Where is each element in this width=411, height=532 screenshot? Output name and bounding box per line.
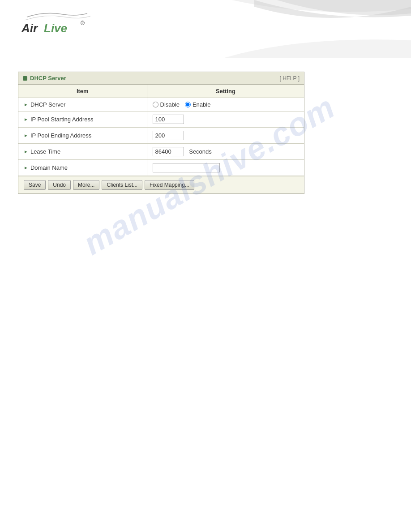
settings-table: Item Setting ► DHCP Server bbox=[18, 85, 304, 176]
domain-name-setting-cell bbox=[147, 160, 304, 176]
logo-wrapper: Air Live ® bbox=[18, 9, 98, 42]
buttons-row: Save Undo More... Clients List... Fixed … bbox=[18, 176, 304, 193]
ip-end-setting-cell bbox=[147, 128, 304, 144]
row-label: ► IP Pool Ending Address bbox=[24, 132, 141, 139]
disable-label: Disable bbox=[160, 101, 180, 108]
fixed-mapping-button[interactable]: Fixed Mapping... bbox=[145, 180, 194, 190]
dhcp-title-icon bbox=[23, 76, 27, 81]
column-setting-header: Setting bbox=[147, 85, 304, 98]
dhcp-title-row: DHCP Server [ HELP ] bbox=[18, 72, 304, 85]
ip-start-input[interactable] bbox=[153, 115, 184, 124]
svg-text:Live: Live bbox=[44, 21, 67, 35]
logo-area: Air Live ® bbox=[18, 9, 98, 42]
disable-radio[interactable] bbox=[153, 102, 158, 107]
dhcp-server-radio-group: Disable Enable bbox=[153, 101, 299, 108]
row-arrow-icon: ► bbox=[24, 102, 28, 107]
lease-time-input[interactable] bbox=[153, 147, 184, 156]
help-link[interactable]: [ HELP ] bbox=[280, 75, 300, 82]
lease-time-label: Lease Time bbox=[30, 148, 60, 155]
row-label: ► DHCP Server bbox=[24, 101, 141, 108]
clients-list-button[interactable]: Clients List... bbox=[102, 180, 142, 190]
row-arrow-icon: ► bbox=[24, 165, 28, 170]
table-row: ► Domain Name bbox=[18, 160, 304, 176]
header: Air Live ® bbox=[0, 0, 411, 58]
ip-end-label: IP Pool Ending Address bbox=[30, 132, 91, 139]
table-row: ► IP Pool Starting Address bbox=[18, 112, 304, 128]
domain-name-label: Domain Name bbox=[30, 164, 68, 171]
table-row: ► DHCP Server Disable Enabl bbox=[18, 98, 304, 112]
enable-radio[interactable] bbox=[185, 102, 191, 107]
airlive-logo: Air Live ® bbox=[18, 9, 98, 40]
disable-option[interactable]: Disable bbox=[153, 101, 180, 108]
ip-end-input[interactable] bbox=[153, 131, 184, 140]
dhcp-panel: DHCP Server [ HELP ] Item Setting ► DHCP… bbox=[18, 72, 304, 194]
undo-button[interactable]: Undo bbox=[48, 180, 71, 190]
enable-option[interactable]: Enable bbox=[185, 101, 210, 108]
main-content: DHCP Server [ HELP ] Item Setting ► DHCP… bbox=[0, 58, 411, 207]
domain-name-input[interactable] bbox=[153, 163, 220, 172]
row-arrow-icon: ► bbox=[24, 117, 28, 122]
enable-label: Enable bbox=[193, 101, 210, 108]
ip-end-label-cell: ► IP Pool Ending Address bbox=[18, 128, 147, 144]
header-curves-svg bbox=[187, 0, 411, 58]
more-button[interactable]: More... bbox=[73, 180, 99, 190]
dhcp-server-label-cell: ► DHCP Server bbox=[18, 98, 147, 112]
row-label: ► IP Pool Starting Address bbox=[24, 116, 141, 123]
dhcp-server-setting-cell: Disable Enable bbox=[147, 98, 304, 112]
header-decoration bbox=[187, 0, 411, 58]
ip-start-label-cell: ► IP Pool Starting Address bbox=[18, 112, 147, 128]
dhcp-server-label: DHCP Server bbox=[30, 101, 66, 108]
dhcp-panel-title: DHCP Server bbox=[30, 75, 66, 82]
column-item-header: Item bbox=[18, 85, 147, 98]
row-label: ► Lease Time bbox=[24, 148, 141, 155]
domain-name-label-cell: ► Domain Name bbox=[18, 160, 147, 176]
row-arrow-icon: ► bbox=[24, 149, 28, 154]
table-row: ► Lease Time Seconds bbox=[18, 144, 304, 160]
row-arrow-icon: ► bbox=[24, 133, 28, 138]
seconds-label: Seconds bbox=[189, 148, 212, 155]
table-row: ► IP Pool Ending Address bbox=[18, 128, 304, 144]
ip-start-label: IP Pool Starting Address bbox=[30, 116, 94, 123]
row-label: ► Domain Name bbox=[24, 164, 141, 171]
ip-start-setting-cell bbox=[147, 112, 304, 128]
save-button[interactable]: Save bbox=[24, 180, 46, 190]
svg-text:®: ® bbox=[81, 20, 85, 26]
svg-text:Air: Air bbox=[21, 21, 39, 35]
dhcp-title: DHCP Server bbox=[23, 75, 66, 82]
lease-time-label-cell: ► Lease Time bbox=[18, 144, 147, 160]
lease-time-setting-cell: Seconds bbox=[147, 144, 304, 160]
